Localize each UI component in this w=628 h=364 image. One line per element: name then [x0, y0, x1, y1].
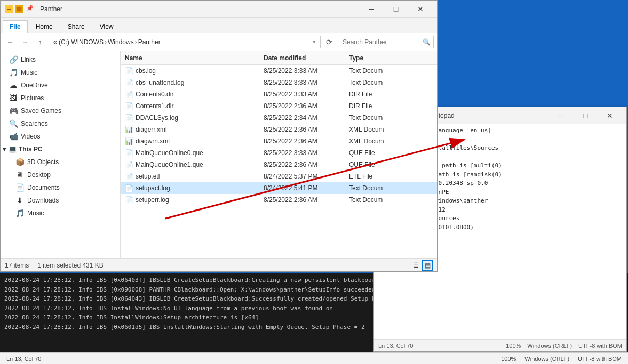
- up-button[interactable]: ↑: [34, 36, 46, 48]
- sidebar-item-links[interactable]: 🔗 Links: [1, 53, 120, 66]
- file-type-cell: Text Docum: [345, 184, 409, 192]
- file-row[interactable]: 📄 setupact.log 8/24/2022 5:41 PM Text Do…: [121, 182, 437, 194]
- file-name-cell: 📄 setupact.log: [121, 184, 259, 192]
- file-type-cell: Text Docum: [345, 196, 409, 204]
- file-name-cell: 📄 setup.etl: [121, 173, 259, 180]
- file-list-header: Name Date modified Type: [121, 51, 437, 65]
- refresh-button[interactable]: ⟳: [323, 36, 336, 48]
- tab-share[interactable]: Share: [61, 20, 92, 33]
- file-name: MainQueueOnline1.que: [136, 161, 203, 168]
- sidebar-item-pictures[interactable]: 🖼 Pictures: [1, 92, 120, 104]
- sidebar-label-music: Music: [21, 69, 37, 76]
- sidebar-item-searches[interactable]: 🔍 Searches: [1, 117, 120, 130]
- sidebar-label-savedgames: Saved Games: [21, 107, 61, 115]
- file-name-cell: 📄 MainQueueOnline1.que: [121, 161, 259, 168]
- file-row[interactable]: 📄 MainQueueOnline1.que 8/25/2022 2:36 AM…: [121, 159, 437, 171]
- notepad-minimize-button[interactable]: ─: [548, 107, 573, 124]
- sidebar-label-onedrive: OneDrive: [21, 82, 48, 89]
- file-row[interactable]: 📊 diagwrn.xml 8/25/2022 2:36 AM XML Docu…: [121, 135, 437, 147]
- file-date-cell: 8/25/2022 3:33 AM: [259, 67, 345, 75]
- list-view-button[interactable]: ▤: [422, 260, 433, 271]
- col-name-header[interactable]: Name: [121, 54, 259, 62]
- notepad-restore-button[interactable]: □: [573, 107, 598, 124]
- file-type-cell: QUE File: [345, 161, 409, 168]
- address-dropdown[interactable]: ▾: [313, 38, 316, 45]
- status-bar: 17 items 1 item selected 431 KB ☰ ▤: [1, 258, 437, 271]
- downloads-icon: ⬇: [15, 196, 24, 205]
- file-name-cell: 📄 DDACLSys.log: [121, 114, 259, 122]
- notepad-status-bar: Ln 13, Col 70 100% Windows (CRLF) UTF-8 …: [374, 339, 626, 351]
- file-row[interactable]: 📄 cbs.log 8/25/2022 3:33 AM Text Docum: [121, 65, 437, 77]
- file-date-cell: 8/24/2022 5:41 PM: [259, 184, 345, 192]
- file-name: Contents0.dir: [136, 91, 173, 98]
- address-part-1: Windows: [108, 38, 134, 46]
- file-icon: 📄: [125, 173, 132, 180]
- file-date-cell: 8/25/2022 3:33 AM: [259, 91, 345, 98]
- notepad-status-right: 100% Windows (CRLF) UTF-8 with BOM: [506, 343, 622, 349]
- sidebar-item-savedgames[interactable]: 🎮 Saved Games: [1, 104, 120, 117]
- music2-icon: 🎵: [15, 209, 24, 217]
- videos-icon: 📹: [9, 132, 18, 141]
- notepad-controls: ─ □ ✕: [548, 107, 622, 124]
- file-name: cbs_unattend.log: [136, 79, 184, 86]
- file-name-cell: 📄 cbs_unattend.log: [121, 79, 259, 86]
- tab-file[interactable]: File: [3, 20, 28, 33]
- ribbon: File Home Share View: [1, 18, 437, 33]
- close-button[interactable]: ✕: [408, 1, 433, 18]
- file-row[interactable]: 📄 cbs_unattend.log 8/25/2022 3:33 AM Tex…: [121, 77, 437, 88]
- onedrive-icon: ☁: [9, 81, 18, 90]
- sidebar-item-music[interactable]: 🎵 Music: [1, 66, 120, 79]
- back-button[interactable]: ←: [4, 36, 17, 48]
- sidebar-item-documents[interactable]: 📄 Documents: [1, 181, 120, 194]
- file-name-cell: 📄 MainQueueOnline0.que: [121, 149, 259, 157]
- tab-home[interactable]: Home: [29, 20, 60, 33]
- address-path[interactable]: « (C:) WINDOWS › Windows › Panther ▾: [49, 36, 321, 48]
- sidebar-item-onedrive[interactable]: ☁ OneDrive: [1, 79, 120, 92]
- notepad-close-button[interactable]: ✕: [598, 107, 622, 124]
- file-type-cell: XML Docum: [345, 137, 409, 145]
- sidebar-item-videos[interactable]: 📹 Videos: [1, 130, 120, 143]
- file-icon: 📄: [125, 67, 132, 75]
- file-type-cell: Text Docum: [345, 79, 409, 86]
- forward-button[interactable]: →: [19, 36, 31, 48]
- file-name: cbs.log: [136, 67, 156, 75]
- sidebar-item-music2[interactable]: 🎵 Music: [1, 207, 120, 220]
- file-row[interactable]: 📄 Contents1.dir 8/25/2022 2:36 AM DIR Fi…: [121, 100, 437, 112]
- address-part-2: Panther: [138, 38, 161, 46]
- sidebar-label-desktop: Desktop: [27, 171, 51, 179]
- file-name-cell: 📄 setuperr.log: [121, 196, 259, 204]
- sidebar-label-links: Links: [21, 56, 36, 63]
- sidebar-label-searches: Searches: [21, 120, 48, 127]
- file-row[interactable]: 📄 Contents0.dir 8/25/2022 3:33 AM DIR Fi…: [121, 88, 437, 100]
- file-type-cell: XML Docum: [345, 126, 409, 133]
- file-row[interactable]: 📄 setup.etl 8/24/2022 5:37 PM ETL File: [121, 171, 437, 182]
- address-bar: ← → ↑ « (C:) WINDOWS › Windows › Panther…: [1, 33, 437, 51]
- maximize-button[interactable]: □: [384, 1, 408, 18]
- file-row[interactable]: 📄 setuperr.log 8/25/2022 2:36 AM Text Do…: [121, 194, 437, 206]
- sidebar-thispc-header[interactable]: ▾ 💻 This PC: [1, 143, 120, 156]
- documents-icon: 📄: [15, 183, 24, 192]
- file-name: Contents1.dir: [136, 102, 173, 110]
- file-name-cell: 📊 diagwrn.xml: [121, 137, 259, 145]
- sidebar-item-3dobjects[interactable]: 📦 3D Objects: [1, 156, 120, 168]
- file-row[interactable]: 📄 MainQueueOnline0.que 8/25/2022 3:33 AM…: [121, 147, 437, 159]
- svg-rect-0: [7, 9, 11, 10]
- file-row[interactable]: 📊 diagerr.xml 8/25/2022 2:36 AM XML Docu…: [121, 124, 437, 135]
- tab-view[interactable]: View: [93, 20, 121, 33]
- sidebar-item-downloads[interactable]: ⬇ Downloads: [1, 194, 120, 207]
- file-row[interactable]: 📄 DDACLSys.log 8/25/2022 2:34 AM Text Do…: [121, 112, 437, 124]
- file-type-cell: ETL File: [345, 173, 409, 180]
- file-date-cell: 8/25/2022 2:36 AM: [259, 102, 345, 110]
- chevron-icon: ▾: [3, 145, 6, 153]
- sidebar-item-desktop[interactable]: 🖥 Desktop: [1, 168, 120, 181]
- file-date-cell: 8/25/2022 2:36 AM: [259, 196, 345, 204]
- search-box[interactable]: 🔍: [338, 36, 434, 48]
- music-icon: 🎵: [9, 68, 18, 77]
- col-type-header[interactable]: Type: [345, 54, 409, 62]
- minimize-button[interactable]: ─: [359, 1, 384, 18]
- details-view-button[interactable]: ☰: [410, 260, 421, 271]
- file-icon: 📄: [125, 149, 132, 157]
- search-input[interactable]: [343, 38, 423, 46]
- col-date-header[interactable]: Date modified: [259, 54, 345, 62]
- title-bar-controls: ─ □ ✕: [359, 1, 433, 18]
